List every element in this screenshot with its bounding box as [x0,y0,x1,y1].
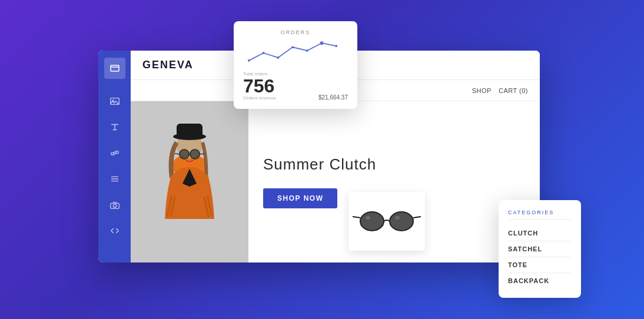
category-item[interactable]: BACKPACK [508,273,572,288]
brand-name: GENEVA [142,59,194,71]
hero-text-area: Summer Clutch SHOP NOW [248,101,540,262]
svg-line-14 [200,154,204,154]
orders-widget-title: ORDERS [243,29,348,35]
categories-list: CLUTCHSATCHELTOTEBACKPACK [508,225,572,288]
svg-point-40 [335,45,337,47]
link-tool[interactable] [104,142,125,164]
text-tool[interactable] [104,117,125,138]
categories-widget: CATEGORIES CLUTCHSATCHELTOTEBACKPACK [499,200,581,298]
site-hero: Summer Clutch SHOP NOW [131,101,540,262]
link-icon [109,148,120,158]
image-tool[interactable] [104,91,125,112]
category-item[interactable]: TOTE [508,257,572,273]
code-icon [109,225,120,236]
svg-line-30 [353,217,360,218]
svg-point-32 [366,216,370,220]
model-image [131,101,248,262]
svg-line-31 [413,217,421,218]
brand-logo [104,58,125,79]
svg-point-16 [190,150,200,158]
sunglasses-image [351,204,422,239]
svg-point-33 [395,216,400,220]
tool-sidebar [98,51,131,262]
total-orders-block: Total orders 756 Orders revenue [243,71,276,101]
svg-line-13 [175,154,180,154]
nav-items: SHOP CART (0) [472,87,528,94]
total-orders-value: 756 [243,77,276,95]
text-icon [109,122,120,132]
logo-icon [109,63,120,74]
camera-icon [109,200,120,210]
svg-point-36 [277,57,279,59]
shop-now-button[interactable]: SHOP NOW [263,188,337,208]
svg-point-38 [306,49,308,52]
svg-point-4 [113,204,116,207]
svg-rect-9 [177,124,203,139]
svg-rect-0 [111,65,119,71]
nav-shop[interactable]: SHOP [472,87,492,94]
svg-point-39 [320,41,324,45]
list-tool[interactable] [104,168,125,190]
svg-point-35 [263,52,265,54]
categories-title: CATEGORIES [508,210,572,220]
camera-tool[interactable] [104,194,125,215]
hero-image-area [131,101,248,262]
revenue-value: $21,664.37 [318,94,348,101]
svg-point-15 [180,150,189,158]
list-icon [109,174,120,184]
svg-point-37 [291,46,294,48]
category-item[interactable]: CLUTCH [508,225,572,241]
category-item[interactable]: SATCHEL [508,241,572,257]
orders-chart-svg [243,40,348,67]
nav-cart[interactable]: CART (0) [499,87,528,94]
widget-stats: Total orders 756 Orders revenue $21,664.… [243,71,348,101]
image-icon [109,96,120,107]
scene: GENEVA SHOP CART (0) [69,33,575,286]
svg-point-34 [248,59,250,62]
code-tool[interactable] [104,220,125,241]
revenue-label: Orders revenue [243,95,276,101]
orders-chart [243,40,348,67]
product-card[interactable] [348,192,425,251]
orders-widget: ORDERS Total orders 756 Orders revenue [234,21,357,109]
